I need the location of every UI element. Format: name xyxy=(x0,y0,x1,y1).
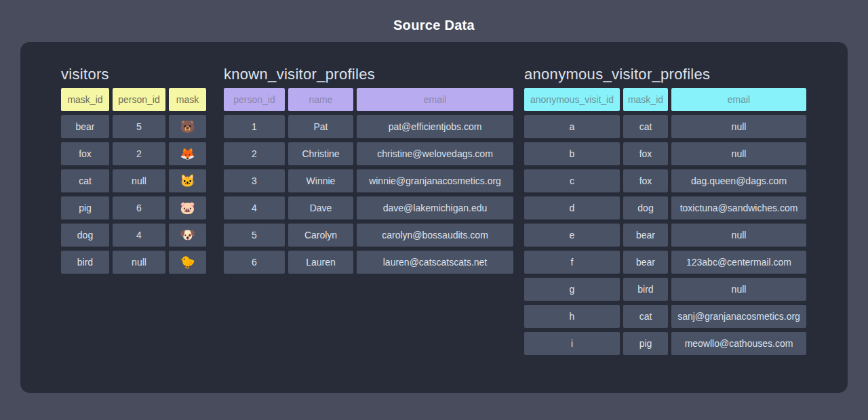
table-row: 3Winniewinnie@granjanacosmetics.org xyxy=(224,169,513,192)
table-cell: 6 xyxy=(113,196,165,219)
table-cell: null xyxy=(671,142,806,165)
table-title: known_visitor_profiles xyxy=(224,65,513,84)
table-row: hcatsanj@granjanacosmetics.org xyxy=(524,305,806,328)
table-cell: null xyxy=(671,224,806,247)
table-cell: Pat xyxy=(288,115,353,138)
header-cell-anonymous_visit_id: anonymous_visit_id xyxy=(524,88,620,111)
table-row: pig6🐷 xyxy=(61,196,206,219)
header-cell-person_id: person_id xyxy=(224,88,285,111)
table-cell: 4 xyxy=(224,196,285,219)
header-row: person_idnameemail xyxy=(224,88,513,111)
table-cell: c xyxy=(524,169,620,192)
table-cell: cat xyxy=(623,115,668,138)
table-cell: christine@welovedags.com xyxy=(357,142,513,165)
table-cell: Carolyn xyxy=(288,224,353,247)
table-visitors: visitorsmask_idperson_idmaskbear5🐻fox2🦊c… xyxy=(61,65,206,278)
table-cell: winnie@granjanacosmetics.org xyxy=(357,169,513,192)
table-cell: 2 xyxy=(224,142,285,165)
table-cell: dog xyxy=(61,224,109,247)
table-cell: meowllo@cathouses.com xyxy=(671,332,806,355)
header-cell-mask: mask xyxy=(169,88,206,111)
table-row: catnull🐱 xyxy=(61,169,206,192)
table-cell: lauren@catscatscats.net xyxy=(357,251,513,274)
page-title: Source Data xyxy=(0,18,868,33)
table-cell: Winnie xyxy=(288,169,353,192)
table-cell: Christine xyxy=(288,142,353,165)
source-data-panel: visitorsmask_idperson_idmaskbear5🐻fox2🦊c… xyxy=(20,42,848,393)
table-cell: null xyxy=(671,115,806,138)
table-cell: fox xyxy=(61,142,109,165)
header-cell-email: email xyxy=(357,88,513,111)
table-row: fox2🦊 xyxy=(61,142,206,165)
mask-emoji-cell: 🐱 xyxy=(169,169,206,192)
table-cell: fox xyxy=(623,142,668,165)
mask-emoji-cell: 🦊 xyxy=(169,142,206,165)
table-row: birdnull🐤 xyxy=(61,251,206,274)
header-cell-mask_id: mask_id xyxy=(61,88,109,111)
table-cell: null xyxy=(113,169,165,192)
table-cell: 5 xyxy=(224,224,285,247)
table-cell: a xyxy=(524,115,620,138)
table-cell: fox xyxy=(623,169,668,192)
table-cell: Lauren xyxy=(288,251,353,274)
table-title: anonymous_visitor_profiles xyxy=(524,65,806,84)
table-row: bear5🐻 xyxy=(61,115,206,138)
table-anonymous_visitor_profiles: anonymous_visitor_profilesanonymous_visi… xyxy=(524,65,806,359)
table-row: dog4🐶 xyxy=(61,224,206,247)
table-cell: toxictuna@sandwiches.com xyxy=(671,196,806,219)
table-cell: e xyxy=(524,224,620,247)
table-cell: dag.queen@dags.com xyxy=(671,169,806,192)
header-cell-mask_id: mask_id xyxy=(623,88,668,111)
table-cell: f xyxy=(524,251,620,274)
table-cell: bear xyxy=(623,251,668,274)
table-row: cfoxdag.queen@dags.com xyxy=(524,169,806,192)
table-cell: h xyxy=(524,305,620,328)
table-row: bfoxnull xyxy=(524,142,806,165)
table-cell: null xyxy=(113,251,165,274)
table-row: 6Laurenlauren@catscatscats.net xyxy=(224,251,513,274)
table-row: ipigmeowllo@cathouses.com xyxy=(524,332,806,355)
table-title: visitors xyxy=(61,65,206,84)
table-cell: cat xyxy=(623,305,668,328)
table-row: acatnull xyxy=(524,115,806,138)
header-cell-name: name xyxy=(288,88,353,111)
table-cell: pat@efficientjobs.com xyxy=(357,115,513,138)
table-cell: g xyxy=(524,278,620,301)
table-cell: bear xyxy=(623,224,668,247)
table-cell: null xyxy=(671,278,806,301)
table-cell: 6 xyxy=(224,251,285,274)
table-cell: bear xyxy=(61,115,109,138)
table-row: gbirdnull xyxy=(524,278,806,301)
table-row: 5Carolyncarolyn@bossaudits.com xyxy=(224,224,513,247)
table-cell: 2 xyxy=(113,142,165,165)
table-known_visitor_profiles: known_visitor_profilesperson_idnameemail… xyxy=(224,65,513,278)
table-cell: dave@lakemichigan.edu xyxy=(357,196,513,219)
table-cell: 3 xyxy=(224,169,285,192)
table-cell: cat xyxy=(61,169,109,192)
table-row: 2Christinechristine@welovedags.com xyxy=(224,142,513,165)
mask-emoji-cell: 🐷 xyxy=(169,196,206,219)
table-row: fbear123abc@centermail.com xyxy=(524,251,806,274)
mask-emoji-cell: 🐻 xyxy=(169,115,206,138)
mask-emoji-cell: 🐤 xyxy=(169,251,206,274)
table-cell: 1 xyxy=(224,115,285,138)
table-row: 4Davedave@lakemichigan.edu xyxy=(224,196,513,219)
table-cell: i xyxy=(524,332,620,355)
table-cell: pig xyxy=(61,196,109,219)
table-cell: bird xyxy=(61,251,109,274)
table-cell: 4 xyxy=(113,224,165,247)
header-row: mask_idperson_idmask xyxy=(61,88,206,111)
app: Source Data visitorsmask_idperson_idmask… xyxy=(0,0,868,420)
header-cell-email: email xyxy=(671,88,806,111)
table-cell: bird xyxy=(623,278,668,301)
header-row: anonymous_visit_idmask_idemail xyxy=(524,88,806,111)
table-row: ddogtoxictuna@sandwiches.com xyxy=(524,196,806,219)
mask-emoji-cell: 🐶 xyxy=(169,224,206,247)
table-row: ebearnull xyxy=(524,224,806,247)
table-cell: 5 xyxy=(113,115,165,138)
table-cell: d xyxy=(524,196,620,219)
table-cell: dog xyxy=(623,196,668,219)
table-cell: b xyxy=(524,142,620,165)
table-cell: sanj@granjanacosmetics.org xyxy=(671,305,806,328)
table-cell: 123abc@centermail.com xyxy=(671,251,806,274)
